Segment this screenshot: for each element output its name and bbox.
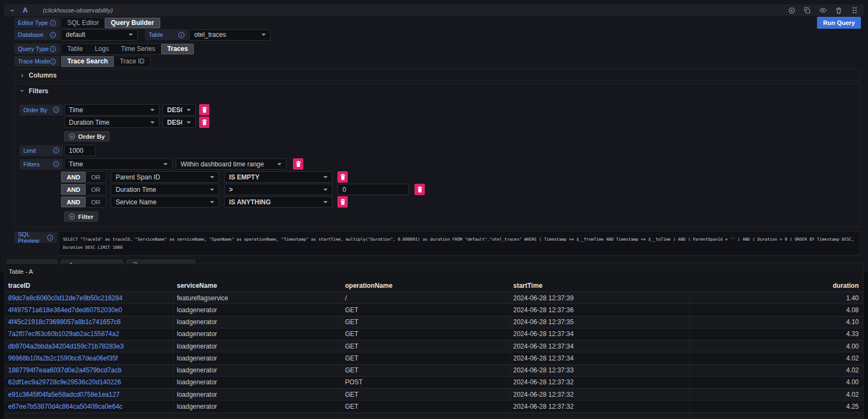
filter-operator-select[interactable]: Within dashboard time range <box>176 158 286 170</box>
trace-mode-toggle: Trace Search Trace ID <box>61 56 151 67</box>
or-option[interactable]: OR <box>86 197 106 207</box>
cell-operationname: / <box>342 292 510 304</box>
filter-operator-select[interactable]: > <box>224 184 333 195</box>
filter-operator-select[interactable]: IS ANYTHING <box>224 196 333 208</box>
remove-filter-button[interactable] <box>293 158 303 170</box>
filters-info-icon[interactable]: i <box>53 161 59 167</box>
order-by-field-select[interactable]: Time <box>64 104 159 115</box>
filter-field-select[interactable]: Duration Time <box>111 184 219 195</box>
filters-section-header[interactable]: › Filters <box>15 85 860 96</box>
query-type-tab-table[interactable]: Table <box>61 44 89 54</box>
filters-time-row: Filters i Time Within dashboard time ran… <box>20 158 855 170</box>
remove-order-by-button[interactable] <box>199 104 209 115</box>
trace-id-option[interactable]: Trace ID <box>114 56 151 67</box>
query-type-tab-logs[interactable]: Logs <box>89 44 115 54</box>
run-query-button[interactable]: Run Query <box>817 17 861 29</box>
database-select[interactable]: default <box>61 29 138 41</box>
limit-label: Limit i <box>20 145 63 156</box>
remove-query-trash-icon[interactable] <box>835 7 843 14</box>
order-by-field-select[interactable]: Duration Time <box>64 117 159 128</box>
query-type-tab-time-series[interactable]: Time Series <box>115 44 162 54</box>
trace-link[interactable]: 7a2f07ecf63c60b1029ab2ac155874a2 <box>8 330 119 338</box>
datasource-help-icon[interactable] <box>788 7 795 14</box>
query-row-header[interactable]: › A (clickhouse-observability) <box>4 4 864 16</box>
sql-editor-option[interactable]: SQL Editor <box>61 18 105 28</box>
filter-condition-row: AND OR Parent Span ID IS EMPTY <box>61 171 855 183</box>
query-row-actions <box>788 7 858 14</box>
column-header-servicename[interactable]: serviceName <box>174 279 342 292</box>
cell-starttime: 2024-06-28 12:37:32 <box>510 401 690 412</box>
sql-preview-info-icon[interactable]: i <box>47 235 53 241</box>
editor-type-info-icon[interactable]: i <box>50 20 56 26</box>
cell-starttime: 2024-06-28 12:37:34 <box>510 328 690 340</box>
trace-link[interactable]: 62df1ec9a29728c9e29536c20d140226 <box>8 378 121 386</box>
trace-link[interactable]: e67ee7b53870d4c864ca50409ca0e64c <box>8 403 123 410</box>
chevron-down-icon <box>210 176 214 178</box>
query-builder-option[interactable]: Query Builder <box>105 18 159 28</box>
column-header-starttime[interactable]: startTime <box>510 279 690 292</box>
add-filter-button[interactable]: + Filter <box>64 211 98 222</box>
cell-duration: 4.02 <box>690 389 863 400</box>
remove-filter-button[interactable] <box>337 171 348 183</box>
trace-link[interactable]: e91c3645f04fa5e58adcd0758e1ea127 <box>8 391 120 398</box>
query-type-info-icon[interactable]: i <box>50 46 56 52</box>
sql-preview-box: SELECT "TraceId" as traceID, "ServiceNam… <box>58 231 860 256</box>
trace-link[interactable]: 89dc7e8c6060c0d12de7e9b50c216284 <box>8 294 123 302</box>
or-option[interactable]: OR <box>86 184 106 195</box>
cell-duration: 4.10 <box>690 317 863 328</box>
add-order-by-button[interactable]: + Order By <box>64 131 110 141</box>
chevron-down-icon: › <box>19 88 26 94</box>
table-info-icon[interactable]: i <box>178 32 184 38</box>
drag-handle-icon[interactable] <box>851 7 858 14</box>
column-header-duration[interactable]: duration <box>690 279 863 292</box>
order-by-direction-select[interactable]: DESC <box>162 117 196 128</box>
table-select[interactable]: otel_traces <box>189 29 271 41</box>
limit-input[interactable]: 1000 <box>64 145 95 156</box>
datasource-name: (clickhouse-observability) <box>43 7 113 14</box>
column-header-traceid[interactable]: traceID <box>5 279 174 292</box>
order-by-direction-select[interactable]: DESC <box>162 104 196 115</box>
columns-section-header[interactable]: › Columns <box>15 69 860 81</box>
table-header-row: traceID serviceName operationName startT… <box>5 279 863 292</box>
order-by-info-icon[interactable]: i <box>53 107 59 113</box>
cell-servicename: loadgenerator <box>174 389 342 400</box>
or-option[interactable]: OR <box>86 172 106 182</box>
and-option[interactable]: AND <box>61 172 86 182</box>
panel-title[interactable]: Table - A <box>5 264 863 279</box>
column-header-operationname[interactable]: operationName <box>342 279 510 292</box>
and-option[interactable]: AND <box>61 184 86 195</box>
cell-duration: 4.08 <box>690 304 863 315</box>
order-by-label: Order By i <box>20 105 63 115</box>
trace-link[interactable]: 4f497571a618e364ed7ded60752030e0 <box>8 306 122 314</box>
trace-link[interactable]: 96968b10fa2b2c1590bc67dea06ef35f <box>8 354 118 362</box>
database-info-icon[interactable]: i <box>50 32 56 38</box>
trace-link[interactable]: 4f45c21918c73698057a8b1c741657c6 <box>8 318 121 326</box>
cell-servicename: loadgenerator <box>174 340 342 352</box>
table-row: 7a2f07ecf63c60b1029ab2ac155874a2 loadgen… <box>5 328 863 340</box>
trace-search-option[interactable]: Trace Search <box>61 56 114 67</box>
cell-operationname: GET <box>342 340 510 352</box>
remove-filter-button[interactable] <box>337 196 348 208</box>
trace-mode-info-icon[interactable]: i <box>50 59 56 65</box>
filter-field-select[interactable]: Service Name <box>111 196 219 208</box>
filter-field-select[interactable]: Time <box>64 158 173 170</box>
limit-info-icon[interactable]: i <box>53 147 59 153</box>
table-row: e67ee7b53870d4c864ca50409ca0e64c loadgen… <box>5 400 863 412</box>
cell-operationname: GET <box>342 401 510 412</box>
filter-field-select[interactable]: Parent Span ID <box>111 171 219 183</box>
collapse-query-icon[interactable]: › <box>9 8 16 13</box>
remove-filter-button[interactable] <box>414 184 425 195</box>
table-row: db9704a2bbda34204d159c71b78283e3 loadgen… <box>5 340 863 352</box>
query-type-tab-traces[interactable]: Traces <box>161 44 194 54</box>
chevron-down-icon <box>323 201 328 203</box>
trace-link[interactable]: 1887794f7eaa6037d0e2a4579bcd7acb <box>8 366 122 374</box>
duplicate-query-icon[interactable] <box>803 7 811 14</box>
table-panel: Table - A traceID serviceName operationN… <box>4 263 864 419</box>
filter-value-input[interactable]: 0 <box>337 184 409 195</box>
remove-order-by-button[interactable] <box>199 117 209 128</box>
chevron-down-icon <box>150 109 155 111</box>
trace-link[interactable]: db9704a2bbda34204d159c71b78283e3 <box>8 343 124 350</box>
and-option[interactable]: AND <box>61 197 86 207</box>
filter-operator-select[interactable]: IS EMPTY <box>224 171 333 183</box>
hide-response-eye-icon[interactable] <box>819 7 827 14</box>
